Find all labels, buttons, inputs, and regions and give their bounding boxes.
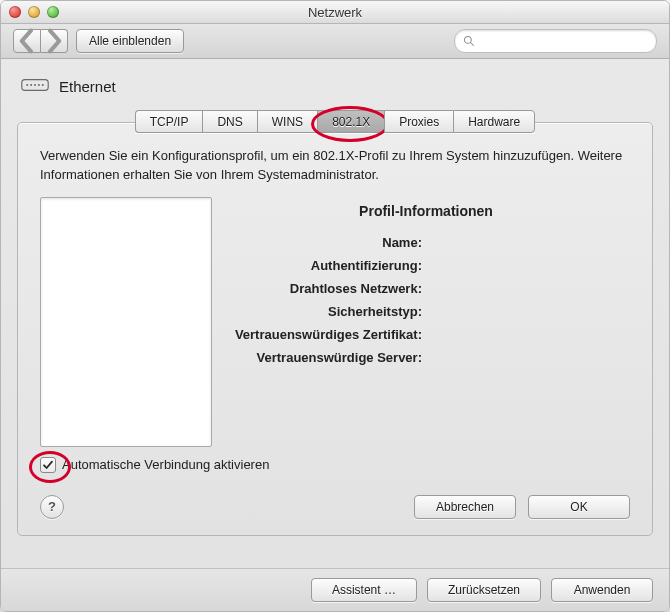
ethernet-icon <box>21 75 49 98</box>
preferences-window: Netzwerk Alle einblenden <box>0 0 670 612</box>
back-button[interactable] <box>13 29 41 53</box>
field-sectype-value <box>422 304 630 319</box>
svg-point-7 <box>42 84 44 86</box>
ok-button[interactable]: OK <box>528 495 630 519</box>
tab-bar: TCP/IP DNS WINS 802.1X Proxies Hardware <box>17 110 653 133</box>
field-auth-value <box>422 258 630 273</box>
field-servers-label: Vertrauenswürdige Server: <box>222 350 422 365</box>
assistant-button[interactable]: Assistent … <box>311 578 417 602</box>
profile-info-title: Profil-Informationen <box>222 203 630 219</box>
svg-point-4 <box>30 84 32 86</box>
help-button[interactable]: ? <box>40 495 64 519</box>
cancel-button[interactable]: Abbrechen <box>414 495 516 519</box>
search-field[interactable] <box>454 29 657 53</box>
field-name-label: Name: <box>222 235 422 250</box>
tab-tcpip[interactable]: TCP/IP <box>135 110 203 133</box>
field-sectype-label: Sicherheitstyp: <box>222 304 422 319</box>
nav-back-forward <box>13 29 68 53</box>
auto-connect-label: Automatische Verbindung aktivieren <box>62 457 269 472</box>
tab-proxies[interactable]: Proxies <box>384 110 453 133</box>
svg-line-1 <box>471 43 474 46</box>
toolbar: Alle einblenden <box>1 24 669 59</box>
profiles-listbox[interactable] <box>40 197 212 447</box>
auto-connect-checkbox[interactable] <box>40 457 56 473</box>
chevron-left-icon <box>14 28 40 54</box>
show-all-button[interactable]: Alle einblenden <box>76 29 184 53</box>
tab-dns[interactable]: DNS <box>202 110 256 133</box>
window-title: Netzwerk <box>1 5 669 20</box>
revert-button[interactable]: Zurücksetzen <box>427 578 541 602</box>
instructions-text: Verwenden Sie ein Konfigurationsprofil, … <box>40 147 630 185</box>
footer-bar: Assistent … Zurücksetzen Anwenden <box>1 568 669 611</box>
chevron-right-icon <box>41 28 67 54</box>
auto-connect-row: Automatische Verbindung aktivieren <box>40 457 630 473</box>
service-name: Ethernet <box>59 78 116 95</box>
pane-body: Ethernet TCP/IP DNS WINS 802.1X Proxies … <box>1 59 669 568</box>
field-wifi-value <box>422 281 630 296</box>
field-cert-label: Vertrauenswürdiges Zertifikat: <box>222 327 422 342</box>
field-cert-value <box>422 327 630 342</box>
apply-button[interactable]: Anwenden <box>551 578 653 602</box>
settings-sheet: Verwenden Sie ein Konfigurationsprofil, … <box>17 122 653 536</box>
svg-point-5 <box>34 84 36 86</box>
tab-hardware[interactable]: Hardware <box>453 110 535 133</box>
svg-point-6 <box>38 84 40 86</box>
profile-info-panel: Profil-Informationen Name: Authentifizie… <box>222 197 630 447</box>
field-auth-label: Authentifizierung: <box>222 258 422 273</box>
svg-point-3 <box>26 84 28 86</box>
titlebar: Netzwerk <box>1 1 669 24</box>
field-servers-value <box>422 350 630 365</box>
forward-button[interactable] <box>41 29 68 53</box>
tab-wins[interactable]: WINS <box>257 110 317 133</box>
field-wifi-label: Drahtloses Netzwerk: <box>222 281 422 296</box>
tab-8021x[interactable]: 802.1X <box>317 110 384 133</box>
service-header: Ethernet <box>17 73 653 108</box>
field-name-value <box>422 235 630 250</box>
checkmark-icon <box>42 459 54 471</box>
show-all-label: Alle einblenden <box>89 34 171 48</box>
search-icon <box>463 35 475 47</box>
